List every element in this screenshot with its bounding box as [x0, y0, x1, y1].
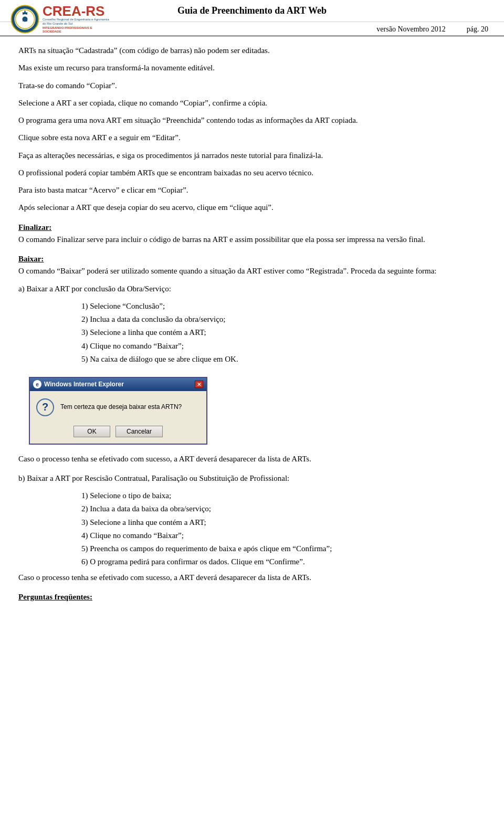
dialog-box: e Windows Internet Explorer ✕ ? Tem cert… [29, 377, 207, 445]
logo-subtext: Conselho Regional de Engenharia e Agrono… [43, 18, 111, 34]
finalizar-para: Finalizar: O comando Finalizar serve par… [18, 222, 486, 246]
step-b3: 3) Selecione a linha que contém a ART; [81, 517, 486, 529]
crea-emblem-icon: RS CREA [10, 5, 39, 34]
logo-box: RS CREA CREA-RS Conselho Regional de Eng… [10, 4, 111, 34]
para-apos-selecionar: Após selecionar a ART que deseja copiar … [18, 202, 486, 214]
step-b4: 4) Clique no comando “Baixar”; [81, 530, 486, 542]
para-recurso: Mas existe um recurso para transformá-la… [18, 62, 486, 74]
step-b5: 5) Preencha os campos do requerimento de… [81, 543, 486, 555]
para-programa-gera: O programa gera uma nova ART em situação… [18, 114, 486, 127]
logo-name: CREA-RS [43, 4, 111, 18]
baixar-a-title: a) Baixar a ART por conclusão da Obra/Se… [18, 283, 486, 295]
case1-text: Caso o processo tenha se efetivado com s… [18, 453, 486, 465]
para-faca-alteracoes: Faça as alterações necessárias, e siga o… [18, 150, 486, 162]
para-para-isto: Para isto basta matcar “Acervo” e clicar… [18, 184, 486, 196]
ie-icon: e [33, 380, 41, 388]
perguntas-title: Perguntas freqüentes: [18, 591, 486, 603]
finalizar-title: Finalizar: [18, 223, 51, 231]
dialog-titlebar: e Windows Internet Explorer ✕ [30, 378, 206, 391]
finalizar-body: O comando Finalizar serve para incluir o… [18, 235, 425, 244]
para-clique-nova: Clique sobre esta nova ART e a seguir em… [18, 132, 486, 144]
baixar-body: O comando “Baixar” poderá ser utilizado … [18, 267, 436, 275]
dialog-body: ? Tem certeza que deseja baixar esta ART… [30, 391, 206, 423]
page-number: pág. 20 [467, 25, 488, 34]
step-b2: 2) Inclua a data da baixa da obra/serviç… [81, 503, 486, 515]
page-title: Guia de Preenchimento da ART Web [177, 5, 327, 16]
case2-text: Caso o processo tenha se efetivado com s… [18, 572, 486, 584]
dialog-cancel-button[interactable]: Cancelar [116, 426, 163, 437]
step-a3: 3) Selecione a linha que contém a ART; [81, 327, 486, 339]
dialog-close-button[interactable]: ✕ [195, 381, 203, 388]
para-arts-cadastrada: ARTs na situação “Cadastrada” (com códig… [18, 45, 486, 57]
baixar-b-title: b) Baixar a ART por Rescisão Contratual,… [18, 472, 486, 485]
baixar-para: Baixar: O comando “Baixar” poderá ser ut… [18, 253, 486, 278]
svg-text:RS: RS [23, 18, 28, 22]
baixar-a-steps: 1) Selecione “Conclusão”; 2) Inclua a da… [81, 300, 486, 365]
baixar-title: Baixar: [18, 255, 44, 263]
logo-text: CREA-RS Conselho Regional de Engenharia … [43, 4, 111, 34]
page: RS CREA CREA-RS Conselho Regional de Eng… [0, 0, 504, 832]
header: RS CREA CREA-RS Conselho Regional de Eng… [0, 0, 504, 22]
para-copiar: Trata-se do comando “Copiar”. [18, 80, 486, 92]
step-a5: 5) Na caixa de diálogo que se abre cliqu… [81, 353, 486, 365]
step-a2: 2) Inclua a data da conclusão da obra/se… [81, 313, 486, 325]
dialog-message-text: Tem certeza que deseja baixar esta ARTN? [60, 402, 182, 412]
dialog-ok-button[interactable]: OK [74, 426, 110, 437]
step-b6: 6) O programa pedirá para confirmar os d… [81, 556, 486, 568]
dialog-title-text: Windows Internet Explorer [44, 380, 124, 389]
dialog-buttons: OK Cancelar [30, 423, 206, 444]
para-selecione: Selecione a ART a ser copiada, clique no… [18, 97, 486, 109]
step-a4: 4) Clique no comando “Baixar”; [81, 340, 486, 352]
step-b1: 1) Selecione o tipo de baixa; [81, 490, 486, 502]
question-icon: ? [36, 398, 54, 416]
step-a1: 1) Selecione “Conclusão”; [81, 300, 486, 312]
dialog-screenshot: e Windows Internet Explorer ✕ ? Tem cert… [29, 377, 207, 445]
baixar-b-steps: 1) Selecione o tipo de baixa; 2) Inclua … [81, 490, 486, 568]
version-label: versão Novembro 2012 [376, 25, 445, 34]
logo-area: RS CREA CREA-RS Conselho Regional de Eng… [10, 4, 111, 34]
para-profissional: O profissional poderá copiar também ARTs… [18, 167, 486, 179]
main-content: ARTs na situação “Cadastrada” (com códig… [0, 36, 504, 619]
